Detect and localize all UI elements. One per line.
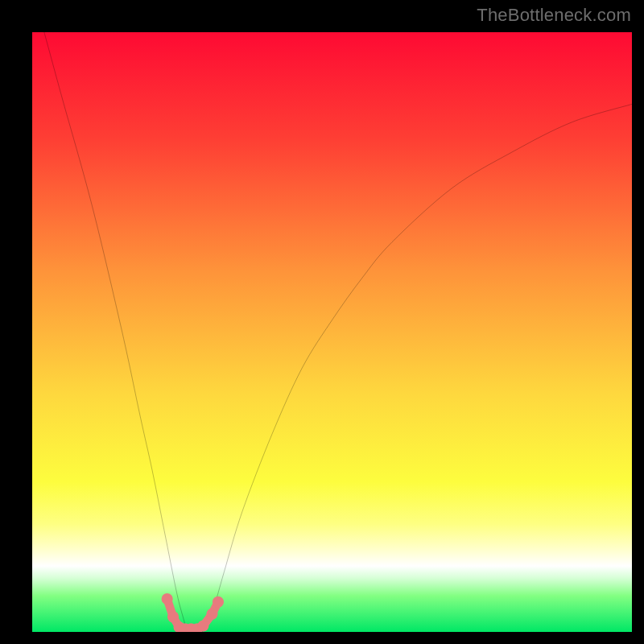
svg-point-7: [197, 620, 208, 631]
attribution-text: TheBottleneck.com: [477, 5, 631, 26]
svg-point-9: [213, 597, 224, 608]
curve-layer: [32, 32, 632, 632]
minimum-marker: [162, 593, 224, 632]
svg-point-1: [162, 593, 173, 605]
svg-point-8: [206, 609, 217, 620]
bottleneck-curve: [44, 32, 632, 632]
plot-area: [32, 32, 632, 632]
chart-frame: TheBottleneck.com: [0, 0, 644, 644]
svg-point-2: [167, 611, 179, 622]
